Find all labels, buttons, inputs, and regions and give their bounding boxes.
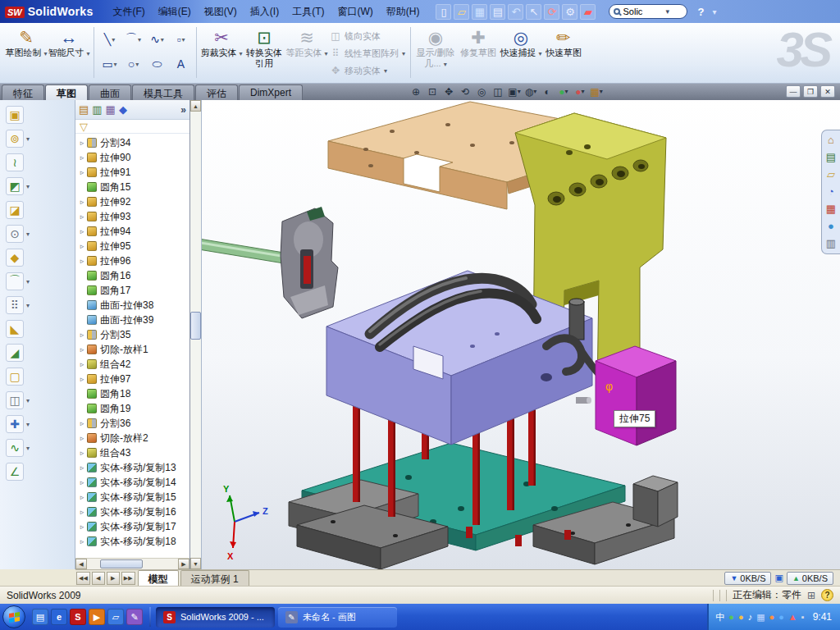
tray-security-icon[interactable]: ▲ (788, 612, 797, 622)
expand-arrow-icon[interactable]: ▹ (78, 537, 86, 546)
linear-pattern-icon-dropdown[interactable]: ▾ (26, 302, 30, 309)
upload-speed-badge[interactable]: ▲ 0KB/S (787, 572, 833, 585)
scroll-up-icon[interactable]: ▲ (190, 100, 201, 112)
expand-arrow-icon[interactable]: ▹ (78, 463, 86, 472)
tree-item[interactable]: ▹切除-放样2 (75, 431, 189, 445)
tree-item[interactable]: ▹实体-移动/复制14 (75, 475, 189, 490)
scene-icon[interactable]: ●▾ (573, 84, 587, 98)
titlebar-collapse-icon[interactable]: ▾ (712, 7, 716, 16)
tree-item[interactable]: ▹组合42 (75, 357, 189, 372)
tree-item[interactable]: ▹拉伸96 (75, 253, 189, 268)
linear-pattern-icon[interactable]: ⠿ (6, 296, 24, 314)
tree-vertical-scrollbar[interactable]: ▲ ▼ (190, 100, 202, 569)
tree-item[interactable]: ▹实体-移动/复制17 (75, 519, 189, 534)
featuremanager-tab-icon[interactable]: ▤ (79, 104, 89, 115)
expand-arrow-icon[interactable]: ▹ (78, 375, 86, 383)
paint-launch-icon[interactable]: ✎ (126, 609, 143, 625)
zoom-area-icon[interactable]: ⊡ (425, 84, 440, 98)
section-view-icon[interactable]: ◫ (491, 84, 505, 98)
tab-mold-tools[interactable]: 模具工具 (132, 84, 194, 100)
point-tool-icon[interactable]: ▫▾ (169, 27, 193, 52)
scroll-last-button[interactable]: ▶▶ (121, 572, 135, 585)
part-clamp-block[interactable] (281, 207, 338, 318)
folder-launch-icon[interactable]: ▱ (107, 609, 124, 625)
custom-properties-icon[interactable]: ▥ (826, 238, 836, 249)
rectangle-tool-icon-dropdown[interactable]: ▾ (114, 61, 117, 68)
tray-volume-icon[interactable]: ♪ (748, 612, 753, 622)
tree-item[interactable]: ▹拉伸95 (75, 239, 189, 253)
tree-item[interactable]: 圆角19 (75, 401, 189, 416)
menu-item-1[interactable]: 编辑(E) (152, 3, 198, 20)
offset-entities-button[interactable]: ≋等距实体 ▾ (285, 25, 328, 78)
lofted-boss-icon[interactable]: ◩ (6, 177, 24, 195)
mirror-icon-dropdown[interactable]: ▾ (26, 397, 30, 404)
download-speed-badge[interactable]: ▼ 0KB/S (724, 572, 771, 585)
expand-arrow-icon[interactable]: ▹ (78, 523, 86, 531)
search-dropdown-icon[interactable]: ▾ (665, 7, 669, 16)
scroll-down-icon[interactable]: ▼ (190, 558, 201, 569)
scroll-first-button[interactable]: ◀◀ (76, 572, 90, 585)
view-orientation-icon[interactable]: ▣▾ (507, 84, 522, 98)
sketch-grid-icon[interactable]: ▦▾ (589, 84, 604, 98)
minimize-window-button[interactable]: — (786, 85, 801, 98)
expand-arrow-icon[interactable]: ▹ (78, 257, 86, 265)
shadows-icon[interactable]: ◐ (540, 84, 555, 98)
rebuild-icon[interactable]: ⟳ (544, 4, 559, 20)
line-tool-icon-dropdown[interactable]: ▾ (112, 36, 115, 43)
tab-features[interactable]: 特征 (2, 84, 44, 100)
task-paint[interactable]: ✎未命名 - 画图 (278, 607, 397, 628)
tab-surfaces[interactable]: 曲面 (89, 84, 131, 100)
expand-arrow-icon[interactable]: ▹ (78, 419, 86, 427)
hole-wizard-icon[interactable]: ⊙ (6, 225, 24, 243)
tree-item[interactable]: ▹组合43 (75, 445, 189, 460)
fillet-icon[interactable]: ⌒ (6, 272, 24, 290)
mirror-icon[interactable]: ◫ (6, 391, 24, 409)
expand-arrow-icon[interactable]: ▹ (78, 345, 86, 354)
text-tool-icon[interactable]: A (169, 52, 193, 76)
revolved-boss-icon[interactable]: ⊚ (6, 130, 24, 148)
scroll-next-button[interactable]: ▶ (107, 572, 120, 585)
expand-arrow-icon[interactable]: ▹ (78, 508, 86, 516)
mirror-entities-button[interactable]: ◫镜向实体 (330, 29, 405, 43)
repair-sketch-button[interactable]: ✚修复草图 (457, 25, 500, 78)
arc-tool-icon[interactable]: ⌒▾ (121, 27, 145, 52)
menu-item-0[interactable]: 文件(F) (107, 3, 152, 20)
exploded-mold-assembly[interactable]: φ Y Z X (202, 100, 840, 569)
home-icon[interactable]: ⌂ (828, 135, 834, 146)
expand-arrow-icon[interactable]: ▹ (78, 434, 86, 442)
tree-item[interactable]: ▹分割36 (75, 416, 189, 431)
print-icon[interactable]: ▤ (490, 4, 505, 20)
lofted-boss-icon-dropdown[interactable]: ▾ (26, 183, 30, 190)
pan-icon[interactable]: ✥ (441, 84, 456, 98)
tray-qq-icon[interactable]: ● (778, 612, 784, 622)
expand-arrow-icon[interactable]: ▹ (78, 493, 86, 501)
appearances-icon[interactable]: ● (828, 221, 834, 232)
hole-wizard-icon-dropdown[interactable]: ▾ (26, 231, 30, 238)
tray-antivirus-icon[interactable]: ● (728, 612, 734, 622)
scrollbar-thumb[interactable] (100, 559, 143, 568)
menu-item-6[interactable]: 帮助(H) (380, 3, 427, 20)
tree-item[interactable]: ▹实体-移动/复制18 (75, 534, 189, 549)
new-document-icon[interactable]: ▯ (436, 4, 451, 20)
show-desktop-icon[interactable]: ▤ (32, 609, 48, 625)
dimxpertmanager-tab-icon[interactable]: ◆ (119, 104, 127, 115)
expand-arrow-icon[interactable]: ▹ (78, 139, 86, 147)
quick-tips-icon[interactable]: ? (821, 589, 833, 601)
extruded-boss-icon[interactable]: ▣ (6, 106, 24, 124)
tree-horizontal-scrollbar[interactable]: ◀ ▶ (75, 558, 189, 569)
select-arrow-icon[interactable]: ↖ (526, 4, 541, 20)
point-tool-icon-dropdown[interactable]: ▾ (181, 36, 185, 43)
quick-snaps-button[interactable]: ◎快速捕捉 ▾ (500, 25, 542, 78)
swept-boss-icon[interactable]: ≀ (6, 153, 24, 171)
task-solidworks[interactable]: SSolidWorks 2009 - ... (156, 607, 275, 628)
undo-icon[interactable]: ↶ (508, 4, 523, 20)
start-button[interactable] (2, 605, 25, 628)
tree-item[interactable]: 曲面-拉伸38 (75, 298, 189, 313)
expand-arrow-icon[interactable]: ▹ (78, 449, 86, 457)
feature-filter-row[interactable]: ▽ (75, 120, 189, 134)
fillet-icon-dropdown[interactable]: ▾ (26, 278, 30, 285)
arc-tool-icon-dropdown[interactable]: ▾ (138, 36, 141, 43)
tab-model[interactable]: 模型 (138, 570, 179, 586)
search-results-icon[interactable]: ◔ (828, 186, 834, 198)
line-tool-icon[interactable]: ╲▾ (98, 27, 121, 52)
